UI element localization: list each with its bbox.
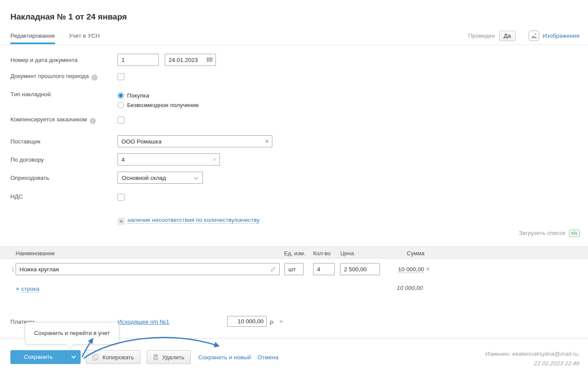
row-number: 1 [11, 266, 14, 273]
field-vat: НДС [10, 193, 588, 202]
item-unit-input[interactable] [284, 263, 304, 275]
past-period-checkbox[interactable] [118, 73, 124, 80]
save-dropdown-tooltip: Сохранить и перейти в учет [25, 322, 119, 345]
column-header-sum: Сумма [407, 250, 425, 257]
item-qty-input[interactable] [313, 263, 335, 275]
field-past-period: Документ прошлого периодаi [10, 72, 588, 81]
supplier-input[interactable] [118, 135, 272, 147]
column-header-unit: Ед. изм. [284, 250, 305, 257]
info-icon: i [90, 118, 96, 124]
plus-icon[interactable]: + [118, 218, 125, 225]
clear-icon[interactable]: × [265, 138, 269, 144]
posted-status-label: Проведен [468, 33, 495, 39]
currency-label: р. [270, 319, 274, 325]
xls-upload-button[interactable]: xls [569, 230, 580, 237]
save-split-button: Сохранить [10, 350, 81, 364]
compensated-checkbox[interactable] [118, 117, 124, 124]
radio-icon [118, 92, 124, 99]
field-warehouse: Оприходовать Основной склад [10, 172, 588, 184]
field-label: По договору [10, 153, 118, 163]
modified-at: 22.02.2023 22:48 [485, 359, 579, 368]
posted-toggle-button[interactable]: Да [499, 31, 516, 41]
field-compensated: Компенсируется заказчикомi [10, 116, 588, 125]
clear-icon[interactable]: × [212, 156, 216, 163]
field-label: Поставщик [10, 135, 118, 145]
chevron-down-icon [194, 177, 199, 180]
page-title: Накладная № 1 от 24 января [10, 12, 127, 22]
table-footer-row: +строка 10 000,00 [0, 285, 588, 293]
field-contract: По договору × [10, 153, 588, 166]
add-row-link[interactable]: +строка [16, 285, 39, 292]
payment-amount-input[interactable] [227, 316, 267, 327]
field-label: Компенсируется заказчикомi [10, 116, 118, 124]
save-and-new-link[interactable]: Сохранить и новый [198, 354, 251, 361]
field-label: Тип накладной [10, 91, 118, 98]
modified-by: Изменен: ekaterinaksylina@mail.ru, [485, 349, 579, 359]
trash-icon [153, 354, 158, 360]
discrepancy-link[interactable]: наличие несоответствия по количеству/кач… [127, 217, 259, 224]
document-number-input[interactable] [118, 54, 159, 66]
item-name-input[interactable] [16, 263, 280, 275]
copy-button[interactable]: Копировать [86, 350, 140, 364]
field-label: Оприходовать [10, 172, 118, 181]
delete-row-icon[interactable]: × [426, 265, 430, 273]
header-right: Проведен Да Изображения [468, 30, 579, 41]
cancel-link[interactable]: Отмена [258, 354, 278, 361]
remove-payment-icon[interactable]: × [279, 318, 283, 325]
last-modified-note: Изменен: ekaterinaksylina@mail.ru, 22.02… [485, 349, 579, 368]
table-row: 1 10 000,00 × [0, 263, 588, 275]
plus-icon: + [16, 285, 20, 292]
info-icon: i [91, 75, 98, 81]
field-number-date: Номер и дата документа [10, 54, 588, 66]
save-button[interactable]: Сохранить [10, 350, 66, 364]
invoice-edit-page: Накладная № 1 от 24 января Редактировани… [0, 0, 588, 374]
items-section: Загрузить списокxls Наименование Ед. изм… [0, 230, 588, 293]
pencil-icon[interactable] [271, 267, 276, 272]
field-supplier: Поставщик × [10, 135, 588, 147]
item-sum-link[interactable]: 10 000,00 [398, 266, 424, 273]
action-bar: Сохранить Копировать Удалить Сохранить и… [10, 350, 278, 364]
vat-checkbox[interactable] [118, 194, 124, 201]
calendar-icon[interactable] [207, 58, 212, 62]
chevron-down-icon [71, 355, 76, 359]
images-link[interactable]: Изображения [542, 33, 579, 39]
field-label: Документ прошлого периодаi [10, 72, 118, 81]
upload-list-label: Загрузить список [519, 230, 565, 236]
delete-button[interactable]: Удалить [147, 350, 191, 364]
field-label: НДС [10, 193, 118, 200]
items-table-header: Наименование Ед. изм. Кол-во Цена Сумма [0, 246, 588, 259]
radio-gratuitous-receipt[interactable]: Безвозмездное получение [118, 100, 199, 110]
tooltip-text: Сохранить и перейти в учет [25, 322, 119, 344]
copy-icon [92, 354, 98, 361]
item-price-input[interactable] [340, 263, 380, 275]
radio-purchase[interactable]: Покупка [118, 91, 199, 100]
invoice-form: Номер и дата документа [0, 45, 588, 225]
discrepancy-row: +наличие несоответствия по количеству/ка… [10, 217, 588, 225]
field-label: Номер и дата документа [10, 54, 118, 63]
column-header-name: Наименование [16, 250, 55, 257]
field-invoice-type: Тип накладной Покупка Безвозмездное полу… [10, 91, 588, 110]
items-total: 10 000,00 [386, 285, 423, 291]
upload-list-row: Загрузить списокxls [0, 230, 588, 238]
column-header-qty: Кол-во [313, 250, 330, 257]
column-header-price: Цена [340, 250, 354, 257]
save-dropdown-toggle[interactable] [66, 350, 81, 364]
tab-usn-accounting[interactable]: Учет в УСН [69, 28, 100, 43]
radio-icon [118, 102, 124, 108]
tab-editing[interactable]: Редактирование [10, 28, 55, 44]
warehouse-select[interactable]: Основной склад [118, 172, 203, 184]
payment-document-link[interactable]: Исходящее п/п №1 [118, 319, 169, 325]
contract-input[interactable] [118, 153, 220, 166]
image-icon [529, 30, 539, 41]
